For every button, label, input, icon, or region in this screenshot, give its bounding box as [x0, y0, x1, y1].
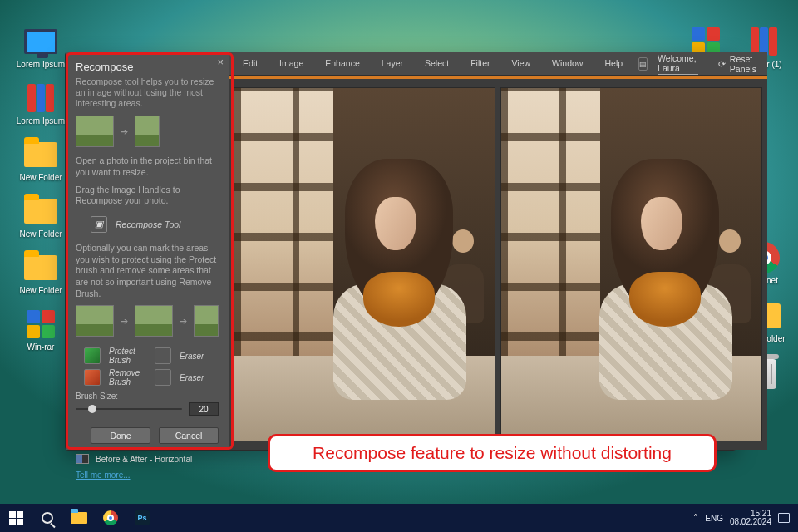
remove-brush-label: Remove Brush	[109, 368, 148, 387]
brush-size-value[interactable]: 20	[189, 402, 219, 416]
eraser-icon[interactable]	[155, 347, 171, 364]
arrow-right-icon: ➔	[121, 126, 128, 136]
desktop-icon-label: New Folder	[15, 229, 66, 239]
sample-thumb	[76, 305, 114, 337]
search-icon	[42, 512, 53, 524]
folder-icon	[24, 142, 57, 167]
recompose-tool-icon: ▣	[91, 216, 107, 233]
taskbar-clock[interactable]: 15:21 08.02.2024	[730, 510, 771, 527]
monitor-icon	[24, 29, 57, 54]
photoshop-icon: Ps	[135, 510, 150, 525]
welcome-text[interactable]: Welcome, Laura	[658, 53, 698, 75]
desktop-icon-winrar[interactable]: Win-rar	[15, 308, 66, 352]
panel-step-text: Optionally you can mark the areas you wi…	[76, 243, 219, 299]
taskbar-photoshop-button[interactable]: Ps	[126, 504, 158, 532]
menu-window[interactable]: Window	[546, 57, 589, 71]
chrome-icon	[103, 510, 118, 525]
menu-enhance[interactable]: Enhance	[319, 57, 365, 71]
protect-brush-icon[interactable]	[84, 347, 101, 364]
windows-icon	[9, 511, 23, 525]
menu-view[interactable]: View	[506, 57, 537, 71]
menu-edit[interactable]: Edit	[237, 57, 264, 71]
menu-help[interactable]: Help	[598, 57, 628, 71]
protect-brush-label: Protect Brush	[109, 347, 148, 365]
panel-step-text: Open a photo in the project bin that you…	[76, 155, 219, 178]
eraser-label: Eraser	[180, 373, 219, 382]
recompose-tool-button[interactable]: ▣ Recompose Tool	[76, 213, 219, 236]
close-icon[interactable]: ×	[217, 56, 224, 68]
desktop-icon-label: New Folder	[15, 173, 66, 182]
taskbar-language[interactable]: ENG	[705, 514, 723, 523]
refresh-icon: ⟳	[718, 59, 726, 69]
winrar-icon	[27, 310, 55, 338]
layout-icon[interactable]: ▤	[638, 57, 648, 71]
brush-size-slider[interactable]	[76, 408, 182, 410]
recompose-panel: × Recompose Recompose tool helps you to …	[66, 52, 229, 450]
remove-brush-icon[interactable]	[84, 369, 101, 386]
menu-select[interactable]: Select	[419, 57, 455, 71]
desktop-icon-folder[interactable]: New Folder	[15, 195, 66, 239]
before-after-label: Before & After - Horizontal	[96, 455, 192, 464]
folder-icon	[24, 199, 57, 224]
before-after-icon[interactable]	[76, 454, 89, 464]
sample-before-thumb	[76, 116, 114, 147]
arrow-right-icon: ➔	[180, 316, 187, 326]
menu-layer[interactable]: Layer	[376, 57, 409, 71]
sample-thumb	[135, 305, 173, 337]
start-button[interactable]	[0, 504, 32, 532]
photo-editor-window: × Recompose Recompose tool helps you to …	[65, 52, 736, 451]
canvas-area	[229, 79, 767, 450]
menu-filter[interactable]: Filter	[465, 57, 495, 71]
taskbar-date: 08.02.2024	[730, 518, 771, 527]
taskbar-search-button[interactable]	[32, 504, 63, 532]
panel-title: Recompose	[76, 61, 219, 73]
reset-panels-label: Reset Panels	[730, 54, 759, 74]
sample-thumb	[194, 305, 219, 337]
panel-step-text: Drag the Image Handles to Recompose your…	[76, 185, 219, 207]
arrow-right-icon: ➔	[121, 316, 128, 326]
taskbar: Ps ˄ ENG 15:21 08.02.2024	[0, 504, 798, 532]
taskbar-chrome-button[interactable]	[95, 504, 126, 532]
binders-icon	[27, 84, 54, 112]
desktop-icon-label: Lorem Ipsum	[15, 116, 66, 126]
taskbar-explorer-button[interactable]	[63, 504, 95, 532]
reset-panels-button[interactable]: ⟳ Reset Panels	[718, 54, 759, 74]
desktop-icon-folder[interactable]: New Folder	[15, 251, 66, 295]
folder-icon	[24, 255, 57, 280]
before-photo[interactable]	[234, 87, 495, 441]
after-photo[interactable]	[500, 87, 762, 441]
panel-description: Recompose tool helps you to resize an im…	[76, 76, 219, 109]
cancel-button[interactable]: Cancel	[159, 427, 219, 444]
sample-after-thumb	[135, 116, 160, 147]
desktop-icon-folder[interactable]: New Folder	[15, 138, 66, 182]
eraser-label: Eraser	[180, 352, 219, 361]
desktop-icon-label: Lorem Ipsum	[15, 60, 66, 69]
menubar: Edit Image Enhance Layer Select Filter V…	[229, 52, 767, 76]
desktop-icon-monitor[interactable]: Lorem Ipsum	[15, 25, 66, 69]
menu-image[interactable]: Image	[273, 57, 309, 71]
brush-size-label: Brush Size:	[76, 392, 219, 401]
eraser-icon[interactable]	[155, 369, 171, 386]
desktop-icon-label: Win-rar	[15, 342, 66, 352]
desktop-icon-label: New Folder	[15, 286, 66, 295]
recompose-tool-label: Recompose Tool	[116, 219, 180, 229]
binders-icon	[751, 27, 777, 56]
notifications-icon[interactable]	[778, 513, 790, 523]
desktop-icon-binders[interactable]: Lorem Ipsum	[15, 81, 66, 126]
file-explorer-icon	[71, 512, 87, 524]
tray-chevron-up-icon[interactable]: ˄	[693, 513, 698, 524]
annotation-caption: Recompose feature to resize without dist…	[268, 434, 717, 472]
tell-me-more-link[interactable]: Tell me more...	[76, 470, 131, 480]
done-button[interactable]: Done	[91, 427, 150, 444]
